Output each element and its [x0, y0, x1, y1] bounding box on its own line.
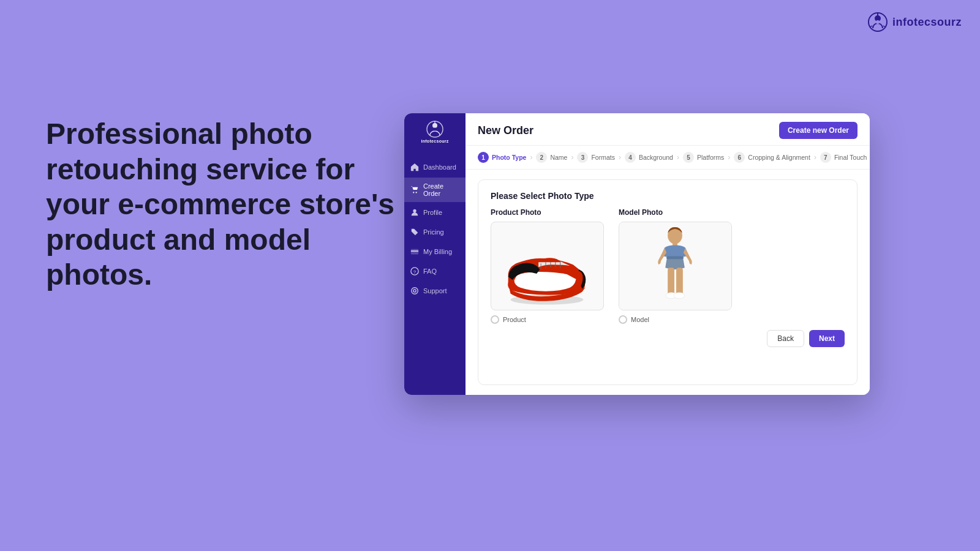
model-image-box[interactable]	[619, 222, 732, 310]
sidebar-item-create-order[interactable]: Create Order	[404, 178, 466, 202]
sidebar-logo-icon	[426, 121, 443, 138]
svg-rect-29	[668, 268, 674, 295]
sidebar-nav: Dashboard Create Order Profile	[404, 158, 466, 300]
product-photo-option: Product Photo	[491, 208, 604, 324]
sidebar-item-faq[interactable]: ? FAQ	[404, 262, 466, 280]
content-area: Please Select Photo Type Product Photo	[466, 170, 870, 395]
sidebar-item-my-billing[interactable]: My Billing	[404, 242, 466, 261]
step-5[interactable]: 5 Platforms	[683, 152, 724, 163]
sidebar: infotecsourz Dashboard Create Order	[404, 113, 466, 395]
step-5-num: 5	[683, 152, 694, 163]
product-radio[interactable]: Product	[491, 315, 526, 324]
steps-bar: 1 Photo Type › 2 Name › 3 Formats › 4 Ba…	[466, 146, 870, 170]
svg-line-5	[883, 26, 885, 27]
shoe-illustration	[491, 222, 603, 310]
svg-point-32	[674, 293, 685, 299]
card-title: Please Select Photo Type	[491, 191, 845, 201]
sidebar-logo-text: infotecsourz	[421, 139, 448, 143]
step-divider-6: ›	[814, 153, 816, 162]
model-photo-option: Model Photo	[619, 208, 732, 324]
svg-point-13	[413, 230, 414, 231]
step-1[interactable]: 1 Photo Type	[478, 152, 526, 163]
main-content: New Order Create new Order 1 Photo Type …	[466, 113, 870, 395]
step-7[interactable]: 7 Final Touch	[820, 152, 867, 163]
svg-point-19	[413, 290, 416, 292]
top-logo: infotecsourz	[868, 12, 962, 32]
svg-text:?: ?	[413, 269, 417, 275]
next-button[interactable]: Next	[809, 330, 845, 347]
svg-rect-30	[676, 268, 683, 295]
step-2-num: 2	[536, 152, 547, 163]
hero-heading: Professional photo retouching service fo…	[46, 116, 401, 293]
photo-type-card: Please Select Photo Type Product Photo	[478, 179, 858, 385]
sidebar-item-support[interactable]: Support	[404, 282, 466, 300]
product-image-box[interactable]	[491, 222, 604, 310]
main-header: New Order Create new Order	[466, 113, 870, 146]
sidebar-item-pricing[interactable]: Pricing	[404, 223, 466, 241]
model-illustration	[619, 222, 731, 310]
svg-point-12	[413, 209, 416, 212]
step-divider-4: ›	[677, 153, 679, 162]
sidebar-item-dashboard[interactable]: Dashboard	[404, 158, 466, 176]
photo-options: Product Photo	[491, 208, 845, 324]
support-icon	[410, 287, 419, 295]
svg-point-10	[413, 192, 414, 193]
step-divider-3: ›	[619, 153, 621, 162]
model-label: Model Photo	[619, 208, 663, 217]
page-title: New Order	[478, 124, 533, 137]
tag-icon	[410, 228, 419, 236]
step-divider-2: ›	[571, 153, 573, 162]
step-1-num: 1	[478, 152, 489, 163]
app-window: infotecsourz Dashboard Create Order	[404, 113, 870, 395]
create-new-order-button[interactable]: Create new Order	[779, 122, 858, 139]
svg-rect-15	[411, 250, 418, 252]
model-radio[interactable]: Model	[619, 315, 649, 324]
svg-point-18	[412, 288, 418, 294]
step-divider-1: ›	[530, 153, 532, 162]
step-6-num: 6	[734, 152, 745, 163]
home-icon	[410, 163, 419, 171]
step-6[interactable]: 6 Cropping & Alignment	[734, 152, 810, 163]
step-4-num: 4	[625, 152, 636, 163]
product-radio-dot	[491, 315, 499, 324]
cart-icon	[410, 186, 419, 194]
logo-icon	[868, 12, 888, 32]
svg-point-8	[434, 128, 437, 131]
svg-rect-33	[666, 256, 684, 259]
step-7-num: 7	[820, 152, 831, 163]
step-4[interactable]: 4 Background	[625, 152, 673, 163]
step-divider-5: ›	[728, 153, 730, 162]
sidebar-logo: infotecsourz	[421, 121, 448, 148]
svg-point-7	[432, 123, 437, 128]
step-3[interactable]: 3 Formats	[577, 152, 615, 163]
svg-point-11	[416, 192, 417, 193]
hero-section: Professional photo retouching service fo…	[46, 116, 401, 293]
billing-icon	[410, 247, 419, 256]
back-button[interactable]: Back	[767, 330, 804, 347]
product-label: Product Photo	[491, 208, 541, 217]
step-2[interactable]: 2 Name	[536, 152, 567, 163]
model-radio-dot	[619, 315, 627, 324]
question-icon: ?	[410, 267, 419, 276]
step-3-num: 3	[577, 152, 588, 163]
person-icon	[410, 208, 419, 217]
action-bar: Back Next	[491, 330, 845, 347]
sidebar-item-profile[interactable]: Profile	[404, 203, 466, 222]
top-logo-text: infotecsourz	[892, 16, 962, 29]
svg-line-4	[870, 26, 872, 27]
svg-point-2	[876, 20, 880, 24]
